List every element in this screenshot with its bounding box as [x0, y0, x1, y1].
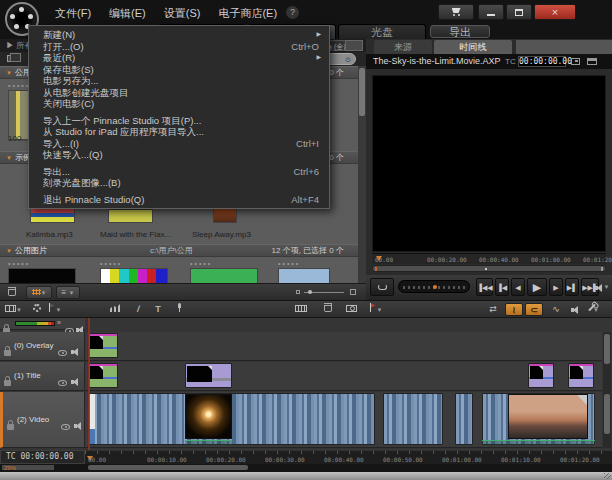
resize-grip[interactable]	[604, 473, 611, 479]
track-content[interactable]	[85, 332, 602, 361]
preview-ruler[interactable]: 00.0000:00:20.0000:00:40.0000:01:00.0000…	[372, 253, 606, 264]
tab-timeline[interactable]: 时间线	[434, 40, 512, 54]
audio-mixer-icon[interactable]	[108, 303, 122, 316]
previous-clip-button[interactable]: ▐◀	[495, 278, 509, 296]
track-content[interactable]	[85, 392, 602, 448]
snapshot-icon[interactable]	[344, 303, 358, 316]
media-thumbnail[interactable]	[8, 268, 76, 283]
volume-button[interactable]: ▼	[594, 278, 610, 296]
track-header[interactable]: (1) Title	[0, 362, 85, 391]
storyboard-icon[interactable]: ▼	[5, 303, 22, 316]
library-section-header[interactable]: ▼公用图片c:\用户\公用12 个项, 已选择 0 个	[0, 244, 358, 257]
step-back-button[interactable]: ◀	[511, 278, 525, 296]
volume-keyframe-icon[interactable]: ∿	[549, 303, 563, 316]
lock-icon[interactable]	[4, 350, 11, 356]
trim-mode-icon[interactable]: ⇄	[486, 303, 500, 316]
timeline-clip[interactable]	[383, 393, 443, 445]
timeline-clip[interactable]	[185, 363, 232, 388]
settings-wrench-icon[interactable]: ▼	[588, 303, 602, 316]
menu-item[interactable]: 从 Studio for iPad 应用程序项目导入...	[29, 126, 329, 138]
media-thumbnail[interactable]	[190, 268, 258, 283]
delete-clip-icon[interactable]	[321, 303, 335, 316]
preview-scrubber[interactable]	[372, 265, 606, 272]
timeline-clip[interactable]	[528, 363, 554, 388]
jog-wheel[interactable]	[398, 280, 470, 293]
tab-export[interactable]: 导出	[430, 25, 490, 38]
menu-file[interactable]: 文件(F)	[46, 1, 100, 25]
zoom-out-icon[interactable]	[296, 290, 300, 294]
collapse-arrow-icon[interactable]: ▼	[6, 70, 12, 76]
media-thumbnail[interactable]	[278, 268, 330, 283]
play-button[interactable]: ▶	[527, 278, 547, 296]
menu-item[interactable]: 退出 Pinnacle Studio(Q)Alt+F4	[29, 194, 329, 206]
new-tab-button[interactable]	[345, 40, 363, 51]
rating-dots[interactable]: •••••	[8, 260, 30, 267]
eye-icon[interactable]	[61, 424, 70, 430]
fullscreen-icon[interactable]	[587, 58, 597, 65]
menu-estore[interactable]: 电子商店(E)	[209, 1, 286, 25]
menu-item[interactable]: 快速导入...(Q)	[29, 149, 329, 161]
zoom-in-icon[interactable]	[350, 289, 356, 295]
fireworks-clip-thumbnail[interactable]	[185, 394, 232, 439]
cart-button[interactable]	[438, 4, 474, 20]
menu-item[interactable]: 最近(R)▶	[29, 52, 329, 64]
next-clip-button[interactable]: ▶▌	[565, 278, 579, 296]
loop-button[interactable]	[370, 278, 394, 296]
menu-item[interactable]: 电影另存为...	[29, 75, 329, 87]
track-header[interactable]: (2) Video	[0, 392, 85, 448]
media-thumbnail[interactable]	[100, 268, 168, 283]
eye-icon[interactable]	[58, 380, 67, 386]
timeline-clip[interactable]	[88, 363, 118, 388]
menu-edit[interactable]: 编辑(E)	[100, 1, 155, 25]
rating-dots[interactable]: •••••	[100, 260, 122, 267]
razor-icon[interactable]: ǀ	[131, 303, 145, 316]
track-header[interactable]: (0) Overlay	[0, 332, 85, 361]
rating-dots[interactable]: •••••	[278, 260, 300, 267]
magnetic-clip-icon[interactable]: ⊂	[525, 303, 543, 316]
scorefitter-icon[interactable]	[294, 303, 308, 316]
rating-dots[interactable]: •••••	[190, 260, 212, 267]
thumbnail-zoom-slider[interactable]	[296, 289, 356, 296]
settings-gear-icon[interactable]	[30, 303, 44, 316]
menu-setup[interactable]: 设置(S)	[155, 1, 210, 25]
voiceover-mic-icon[interactable]	[172, 303, 186, 316]
maximize-button[interactable]	[506, 4, 532, 20]
audio-scrub-icon[interactable]	[568, 303, 582, 316]
eye-icon[interactable]	[58, 350, 67, 356]
menu-item[interactable]: 导入...(I)Ctrl+I	[29, 138, 329, 150]
menu-item[interactable]: 从电影创建光盘项目	[29, 87, 329, 99]
list-view-button[interactable]: ≡ ▼	[56, 286, 80, 299]
magnet-snap-icon[interactable]: ≀	[505, 303, 523, 316]
timeline-clip[interactable]	[568, 363, 594, 388]
navigator-icon[interactable]: ▼	[48, 303, 62, 316]
track-content[interactable]	[85, 362, 602, 391]
library-scrollbar[interactable]	[358, 66, 366, 283]
menu-item[interactable]: 导出...Ctrl+6	[29, 166, 329, 178]
preview-timecode[interactable]: 00:00:00.00	[518, 56, 566, 67]
collapse-arrow-icon[interactable]: ▼	[6, 155, 12, 161]
timeline-zoom-indicator[interactable]: 29%	[0, 464, 85, 472]
go-to-start-button[interactable]: ▐◀◀	[476, 278, 493, 296]
clear-search-icon[interactable]: ⊙	[345, 54, 351, 65]
playhead-line[interactable]	[88, 318, 90, 450]
timeline-vertical-scrollbar[interactable]	[603, 332, 611, 448]
help-icon[interactable]: ?	[286, 6, 299, 19]
timeline-clip[interactable]	[455, 393, 473, 445]
minimize-button[interactable]	[478, 4, 504, 20]
lock-icon[interactable]	[4, 380, 11, 386]
expand-icon[interactable]: »	[57, 319, 61, 326]
menu-item[interactable]: 关闭电影(C)	[29, 98, 329, 110]
speaker-icon[interactable]	[71, 377, 80, 386]
lock-icon[interactable]	[7, 424, 14, 430]
speaker-icon[interactable]	[74, 421, 83, 430]
step-forward-button[interactable]: ▶	[549, 278, 563, 296]
timeline-ruler[interactable]: 00.0000:00:10.0000:00:20.0000:00:30.0000…	[85, 450, 612, 464]
trash-icon[interactable]	[8, 287, 16, 296]
close-button[interactable]: ×	[534, 4, 576, 20]
speaker-icon[interactable]	[71, 347, 80, 356]
menu-item[interactable]: 新建(N)▶	[29, 29, 329, 41]
menu-item[interactable]: 导入上一个 Pinnacle Studio 项目(P)...	[29, 115, 329, 127]
scrub-handle[interactable]	[485, 268, 487, 270]
marker-icon[interactable]: ▼	[369, 303, 383, 316]
popout-window-icon[interactable]	[571, 58, 580, 65]
